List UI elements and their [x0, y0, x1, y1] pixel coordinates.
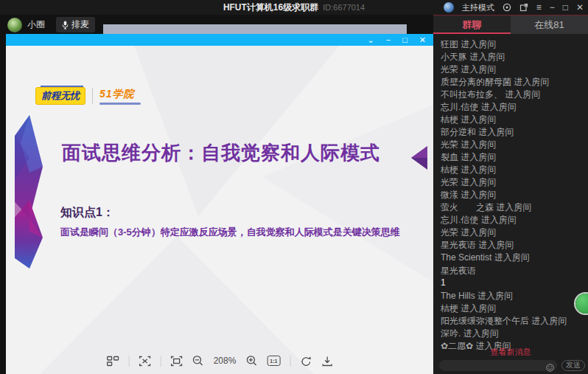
chat-sidebar: 群聊 在线81 狂图 进入房间 小天豚 进入房间 光荣 进入房间 质壁分离的酵母…: [433, 15, 588, 374]
user-avatar[interactable]: [444, 2, 454, 13]
chat-message: 1: [441, 277, 581, 288]
chat-message-list[interactable]: 狂图 进入房间 小天豚 进入房间 光荣 进入房间 质壁分离的酵母菌 进入房间 不…: [433, 34, 588, 357]
zoom-level: 208%: [214, 356, 237, 366]
collapse-icon[interactable]: ⌄: [367, 34, 374, 46]
chat-message: 光荣 进入房间: [441, 139, 581, 151]
chat-message: The Hills 进入房间: [441, 290, 581, 302]
fullscreen-icon[interactable]: [171, 356, 183, 367]
chat-message: 小天豚 进入房间: [441, 51, 581, 63]
logo-51job: 前程无忧: [35, 87, 85, 105]
group-title: HFUT计算机16级求职群: [223, 1, 318, 14]
chat-message: 光荣 进入房间: [441, 176, 581, 189]
speaker-avatar[interactable]: [7, 18, 22, 32]
slide-heading: 知识点1：: [60, 205, 114, 221]
chat-message: 裂血 进入房间: [441, 151, 581, 164]
rotate-icon[interactable]: [300, 356, 312, 367]
tab-group-chat[interactable]: 群聊: [433, 15, 511, 34]
app-window: HFUT计算机16级求职群 ID:6677014 主持模式 ≡ − □ ✕ 小圈…: [0, 0, 588, 374]
actual-size-icon[interactable]: 1:1: [267, 356, 280, 366]
chat-message: 阳光缓缓弥漫整个午后 进入房间: [441, 315, 581, 328]
zoom-out-icon[interactable]: [192, 355, 204, 367]
close-icon[interactable]: ✕: [576, 0, 584, 15]
viewer-close-icon[interactable]: ✕: [419, 34, 426, 46]
tab-online-count[interactable]: 在线81: [511, 15, 588, 34]
slide-canvas[interactable]: 前程无忧 51学院: [6, 46, 433, 374]
sidebar-tabs: 群聊 在线81: [433, 15, 588, 34]
slide-body-text: 面试是瞬间（3-5分钟）特定应激反应场景，自我觉察和人际模式是关键决策思维: [60, 226, 414, 239]
toolbar-separator: [161, 356, 161, 367]
chat-message: The Scientist 进入房间: [441, 252, 581, 264]
viewer-controls: ⌄ − □ ✕: [367, 34, 426, 46]
chat-message: 微漾 进入房间: [441, 189, 581, 201]
chat-input[interactable]: [439, 360, 557, 371]
main-stage: 小圈 排麦 ⌄ − □ ✕ 前程无忧: [0, 15, 433, 374]
speaker-name: 小圈: [27, 18, 45, 31]
send-button[interactable]: 发送: [561, 360, 585, 371]
zoom-in-icon[interactable]: [245, 355, 257, 367]
logo-51-academy: 51学院: [99, 88, 141, 105]
title-arrow-graphic: [410, 145, 429, 171]
logo-divider: [92, 88, 93, 104]
background-window-strip: [103, 24, 407, 34]
viewer-toolbar: 208% 1:1: [107, 355, 333, 367]
document-viewer: ⌄ − □ ✕ 前程无忧 51学院: [6, 34, 433, 374]
chat-message: 部分逆和 进入房间: [441, 126, 581, 139]
viewer-maximize-icon[interactable]: □: [402, 34, 407, 46]
chat-message: 忘川.信使 进入房间: [441, 101, 581, 114]
slide-title: 面试思维分析：自我觉察和人际模式: [62, 140, 408, 166]
chat-message: 星光夜语: [441, 266, 581, 277]
microphone-icon: [62, 21, 69, 30]
chat-message: 桔梗 进入房间: [441, 302, 581, 315]
chat-message: 桔梗 进入房间: [441, 114, 581, 126]
view-new-messages-link[interactable]: 查看新消息: [433, 347, 588, 358]
chat-message: 星光夜语 进入房间: [441, 239, 581, 252]
emoji-icon[interactable]: [546, 361, 554, 374]
chat-input-row: 发送: [439, 359, 585, 371]
mic-queue-label: 排麦: [71, 18, 89, 31]
chat-message: 萤火 之森 进入房间: [441, 201, 581, 214]
chat-message: 质壁分离的酵母菌 进入房间: [441, 76, 581, 89]
slides-layout-icon[interactable]: [107, 356, 119, 367]
titlebar-controls: 主持模式 ≡ − □ ✕: [444, 0, 584, 15]
chat-message: 光荣 进入房间: [441, 63, 581, 76]
chat-message: 不叫拉布拉多、 进入房间: [441, 89, 581, 101]
host-mode-label: 主持模式: [462, 2, 494, 13]
maximize-icon[interactable]: □: [563, 0, 568, 15]
download-icon[interactable]: [321, 356, 332, 367]
minimize-icon[interactable]: −: [550, 0, 555, 15]
room-id: ID:6677014: [323, 3, 365, 12]
brand-logo: 前程无忧 51学院: [35, 87, 141, 105]
viewer-titlebar[interactable]: ⌄ − □ ✕: [6, 34, 433, 46]
chat-message: 狂图 进入房间: [441, 38, 581, 51]
chat-message: 深吟. 进入房间: [441, 328, 581, 340]
menu-icon[interactable]: ≡: [536, 0, 542, 15]
viewer-minimize-icon[interactable]: −: [386, 34, 391, 46]
slide-ribbon-graphic: [7, 114, 46, 270]
toolbar-separator: [290, 356, 290, 367]
logo-tagline-bar: [99, 103, 141, 105]
chat-message: 光荣 进入房间: [441, 226, 581, 239]
toolbar-separator: [129, 356, 130, 367]
chat-message: 桔梗 进入房间: [441, 164, 581, 176]
window-titlebar: HFUT计算机16级求职群 ID:6677014 主持模式 ≡ − □ ✕: [0, 0, 588, 15]
chat-message: 忘川.信使 进入房间: [441, 214, 581, 226]
speaker-row: 小圈 排麦: [7, 17, 95, 32]
fit-window-icon[interactable]: [139, 356, 151, 367]
mic-queue-button[interactable]: 排麦: [56, 17, 95, 32]
popout-icon[interactable]: [519, 3, 528, 12]
settings-icon[interactable]: [503, 3, 511, 12]
